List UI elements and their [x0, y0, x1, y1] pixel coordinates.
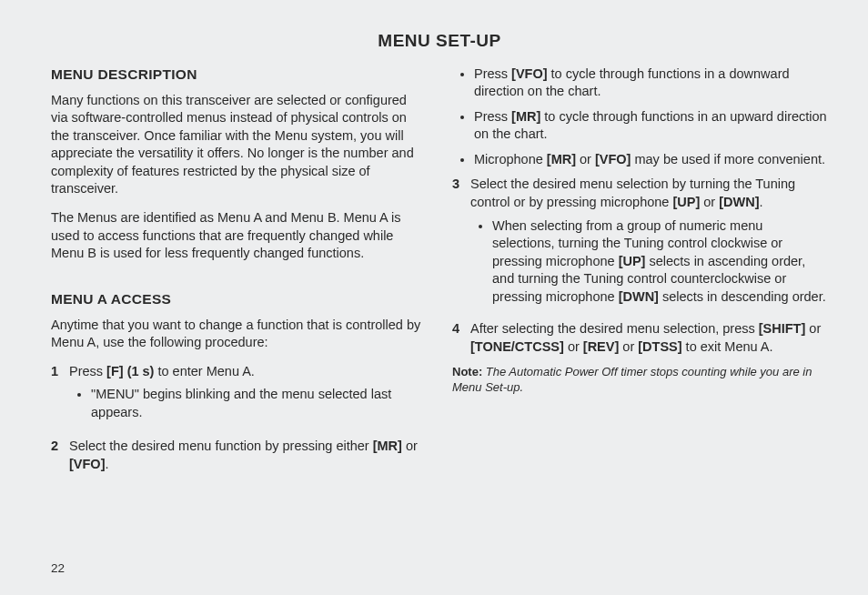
step-3-b-post: selects in descending order. — [659, 289, 826, 304]
step-3-b-key-1: [UP] — [619, 254, 646, 268]
step-3-key-2: [DWN] — [719, 195, 759, 209]
para-access-intro: Anytime that you want to change a functi… — [51, 317, 427, 352]
step-2-pre: Select the desired menu function by pres… — [69, 439, 373, 453]
step-3-b-key-2: [DWN] — [619, 289, 659, 304]
note: Note: The Automatic Power Off timer stop… — [452, 364, 828, 396]
step-2-key-1: [MR] — [373, 439, 402, 453]
bullet-mic: Microphone [MR] or [VFO] may be used if … — [474, 151, 828, 169]
bullet-mic-key-1: [MR] — [547, 152, 576, 166]
step-2: 2 Select the desired menu function by pr… — [51, 438, 427, 473]
step-2-key-2: [VFO] — [69, 457, 105, 471]
step-3-number: 3 — [452, 176, 463, 313]
heading-menu-description: MENU DESCRIPTION — [51, 66, 427, 85]
step-3-body: Select the desired menu selection by tur… — [470, 176, 828, 313]
step-1-bullets: "MENU" begins blinking and the menu sele… — [69, 386, 427, 421]
step-3: 3 Select the desired menu selection by t… — [452, 176, 828, 313]
bullet-vfo-pre: Press — [474, 66, 511, 81]
bullet-mr-key: [MR] — [511, 109, 540, 124]
step-4-or-3: or — [619, 339, 638, 354]
step-4-or-2: or — [564, 339, 583, 354]
note-text: The Automatic Power Off timer stops coun… — [452, 365, 812, 395]
step-1-post: to enter Menu A. — [154, 364, 254, 378]
step-2-body: Select the desired menu function by pres… — [69, 438, 427, 473]
right-column: Press [VFO] to cycle through functions i… — [452, 66, 828, 481]
step-4-number: 4 — [452, 320, 463, 356]
step-1-body: Press [F] (1 s) to enter Menu A. "MENU" … — [69, 363, 427, 431]
bullet-mic-or: or — [576, 152, 595, 166]
step-4-or-1: or — [805, 321, 821, 336]
step-1-key: [F] (1 s) — [106, 364, 154, 378]
step-4: 4 After selecting the desired menu selec… — [452, 320, 828, 356]
page-title: MENU SET-UP — [51, 29, 828, 53]
step-3-end: . — [760, 195, 763, 209]
para-desc-2: The Menus are identified as Menu A and M… — [51, 209, 427, 263]
step-2-or: or — [402, 439, 418, 453]
manual-page: MENU SET-UP MENU DESCRIPTION Many functi… — [0, 0, 868, 595]
step-3-bullet-1: When selecting from a group of numeric m… — [492, 217, 828, 307]
step-4-post: to exit Menu A. — [682, 339, 773, 354]
left-column: MENU DESCRIPTION Many functions on this … — [51, 66, 427, 481]
bullet-vfo: Press [VFO] to cycle through functions i… — [474, 66, 828, 101]
columns: MENU DESCRIPTION Many functions on this … — [51, 66, 828, 481]
step-4-key-4: [DTSS] — [638, 339, 681, 354]
step-4-pre: After selecting the desired menu selecti… — [470, 321, 759, 336]
step-2-continuation-bullets: Press [VFO] to cycle through functions i… — [452, 66, 828, 169]
step-3-or: or — [700, 195, 719, 209]
step-4-key-1: [SHIFT] — [759, 321, 806, 336]
step-1: 1 Press [F] (1 s) to enter Menu A. "MENU… — [51, 363, 427, 431]
page-number: 22 — [51, 560, 65, 577]
note-label: Note: — [452, 365, 482, 378]
step-3-key-1: [UP] — [672, 195, 700, 209]
step-1-bullet-1: "MENU" begins blinking and the menu sele… — [91, 386, 427, 421]
bullet-mr-pre: Press — [474, 109, 511, 124]
bullet-vfo-key: [VFO] — [511, 66, 547, 81]
step-1-pre: Press — [69, 364, 106, 378]
step-4-key-2: [TONE/CTCSS] — [470, 339, 564, 354]
step-4-body: After selecting the desired menu selecti… — [470, 320, 828, 356]
bullet-mic-pre: Microphone — [474, 152, 547, 166]
para-desc-1: Many functions on this transceiver are s… — [51, 92, 427, 198]
step-2-number: 2 — [51, 438, 62, 473]
step-4-key-3: [REV] — [583, 339, 619, 354]
step-3-bullets: When selecting from a group of numeric m… — [470, 217, 828, 307]
heading-menu-a-access: MENU A ACCESS — [51, 290, 427, 309]
bullet-mic-key-2: [VFO] — [595, 152, 631, 166]
step-1-number: 1 — [51, 363, 62, 431]
bullet-mic-post: may be used if more convenient. — [631, 152, 825, 166]
bullet-mr: Press [MR] to cycle through functions in… — [474, 108, 828, 144]
step-2-end: . — [105, 457, 108, 471]
